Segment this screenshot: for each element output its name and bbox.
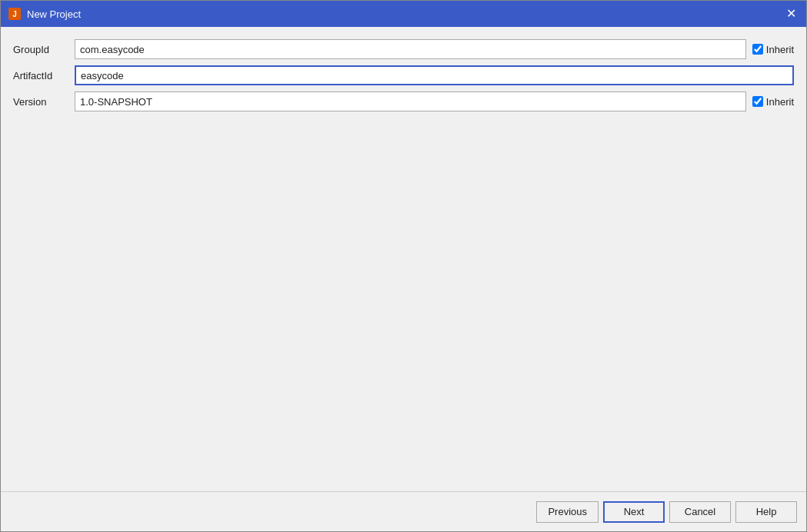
app-icon: J: [8, 8, 21, 20]
content-spacer: [13, 118, 794, 479]
version-input[interactable]: [75, 91, 746, 111]
groupid-input[interactable]: [75, 39, 746, 59]
title-bar: J New Project ✕: [1, 1, 806, 27]
groupid-inherit: Inherit: [752, 44, 794, 55]
groupid-label: GroupId: [13, 44, 75, 55]
footer: Previous Next Cancel Help: [1, 491, 806, 531]
artifactid-input[interactable]: [75, 65, 794, 85]
help-button[interactable]: Help: [735, 501, 797, 523]
artifactid-row: ArtifactId: [13, 65, 794, 85]
version-inherit: Inherit: [752, 96, 794, 108]
groupid-inherit-checkbox[interactable]: [752, 44, 763, 55]
artifactid-label: ArtifactId: [13, 70, 75, 81]
cancel-button[interactable]: Cancel: [669, 501, 731, 523]
version-label: Version: [13, 96, 75, 108]
next-button[interactable]: Next: [603, 501, 665, 523]
close-button[interactable]: ✕: [783, 6, 799, 22]
form-content: GroupId Inherit ArtifactId Version Inher…: [1, 27, 806, 491]
new-project-dialog: J New Project ✕ GroupId Inherit Artifact…: [0, 0, 807, 532]
version-row: Version Inherit: [13, 91, 794, 111]
version-inherit-checkbox[interactable]: [752, 96, 763, 107]
groupid-row: GroupId Inherit: [13, 39, 794, 59]
dialog-title: New Project: [27, 8, 81, 20]
title-bar-left: J New Project: [8, 8, 81, 20]
groupid-inherit-label: Inherit: [766, 44, 794, 55]
version-inherit-label: Inherit: [766, 96, 794, 108]
previous-button[interactable]: Previous: [536, 501, 599, 523]
